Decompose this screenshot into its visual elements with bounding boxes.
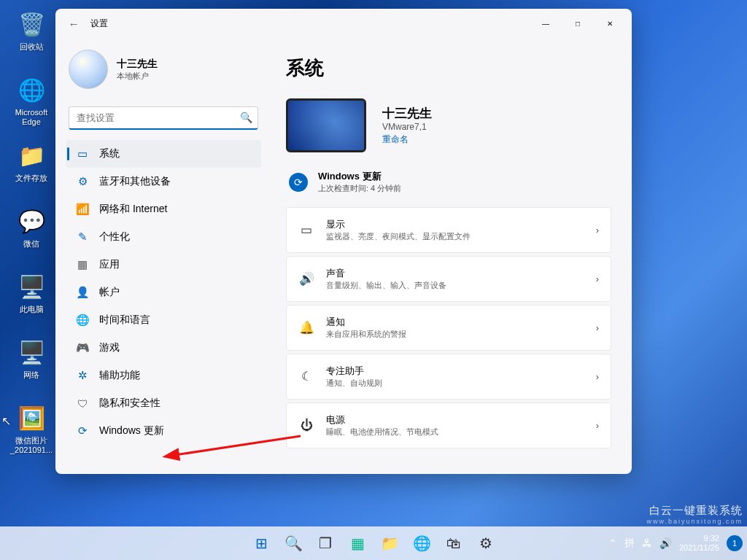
taskbar-start[interactable]: ⊞ xyxy=(247,529,276,558)
card-subtitle: 音量级别、输出、输入、声音设备 xyxy=(326,280,584,291)
nav-item-gaming[interactable]: 🎮游戏 xyxy=(66,334,261,362)
search-wrap: 🔍 xyxy=(69,106,258,130)
card-subtitle: 睡眠、电池使用情况、节电模式 xyxy=(326,427,584,438)
taskbar-widgets[interactable]: ▦ xyxy=(343,529,372,558)
card-title: 专注助手 xyxy=(326,365,584,378)
windows-update-row[interactable]: ⟳ Windows 更新 上次检查时间: 4 分钟前 xyxy=(286,166,611,207)
minimize-button[interactable]: — xyxy=(530,12,562,34)
watermark: 白云一键重装系统 www.baiyunxitong.com xyxy=(646,504,743,525)
desktop-icon-edge[interactable]: 🌐Microsoft Edge xyxy=(6,74,57,127)
nav-item-label: 蓝牙和其他设备 xyxy=(99,175,171,188)
desktop-icon-network[interactable]: 🖥️网络 xyxy=(6,337,57,380)
access-icon: ✲ xyxy=(76,369,89,382)
desktop-icon-label: 文件存放 xyxy=(6,174,57,183)
card-display[interactable]: ▭显示监视器、亮度、夜间模式、显示配置文件› xyxy=(286,207,611,253)
nav-item-accounts[interactable]: 👤帐户 xyxy=(66,279,261,306)
system-icon: ▭ xyxy=(76,147,89,160)
card-power[interactable]: ⏻电源睡眠、电池使用情况、节电模式› xyxy=(286,402,611,448)
rename-link[interactable]: 重命名 xyxy=(382,133,409,146)
card-title: 显示 xyxy=(326,218,584,231)
chevron-right-icon: › xyxy=(596,225,599,236)
close-button[interactable]: ✕ xyxy=(594,12,626,34)
user-block[interactable]: 十三先生 本地帐户 xyxy=(66,42,261,101)
main-panel: 系统 十三先生 VMware7,1 重命名 ⟳ Windows 更新 上次检查时… xyxy=(268,38,632,474)
card-sound[interactable]: 🔊声音音量级别、输出、输入、声音设备› xyxy=(286,256,611,302)
power-icon: ⏻ xyxy=(298,419,314,433)
wechat-icon: 💬 xyxy=(16,206,47,236)
tray-notifications[interactable]: 1 xyxy=(727,535,743,551)
nav-item-privacy[interactable]: 🛡隐私和安全性 xyxy=(66,389,261,417)
user-name: 十三先生 xyxy=(117,58,158,71)
desktop-icon-label: 微信图片_2021091... xyxy=(6,436,57,455)
search-input[interactable] xyxy=(69,106,258,130)
personalize-icon: ✎ xyxy=(76,230,89,244)
gaming-icon: 🎮 xyxy=(76,341,89,354)
nav-item-update[interactable]: ⟳Windows 更新 xyxy=(66,417,261,445)
nav-item-label: 时间和语言 xyxy=(99,314,150,327)
taskbar-store[interactable]: 🛍 xyxy=(439,529,468,558)
nav-item-label: 辅助功能 xyxy=(99,369,140,382)
desktop-icon-thispc[interactable]: 🖥️此电脑 xyxy=(6,271,57,314)
desktop-icon-image[interactable]: 🖼️微信图片_2021091... xyxy=(6,402,57,455)
nav-item-access[interactable]: ✲辅助功能 xyxy=(66,362,261,389)
back-button[interactable]: ← xyxy=(61,11,86,36)
recycle-icon: 🗑️ xyxy=(16,9,47,39)
nav-item-label: 系统 xyxy=(99,147,120,160)
nav-item-bluetooth[interactable]: ⚙蓝牙和其他设备 xyxy=(66,168,261,195)
watermark-line2: www.baiyunxitong.com xyxy=(646,518,743,525)
card-focus[interactable]: ☾专注助手通知、自动规则› xyxy=(286,354,611,400)
tray-network-icon[interactable]: 🖧 xyxy=(642,537,652,549)
thispc-icon: 🖥️ xyxy=(16,271,47,302)
sound-icon: 🔊 xyxy=(298,271,314,287)
chevron-right-icon: › xyxy=(596,371,599,382)
nav-item-network[interactable]: 📶网络和 Internet xyxy=(66,195,261,223)
maximize-button[interactable]: □ xyxy=(562,12,594,34)
card-subtitle: 来自应用和系统的警报 xyxy=(326,329,584,340)
nav-item-label: 帐户 xyxy=(99,286,120,299)
avatar xyxy=(69,50,108,89)
settings-card-list: ▭显示监视器、亮度、夜间模式、显示配置文件›🔊声音音量级别、输出、输入、声音设备… xyxy=(286,207,611,448)
watermark-line1: 白云一键重装系统 xyxy=(646,504,743,518)
taskbar-explorer[interactable]: 📁 xyxy=(375,529,404,558)
network-icon: 🖥️ xyxy=(16,337,47,368)
desktop-icon-label: 此电脑 xyxy=(6,305,57,314)
desktop-icon-folder[interactable]: 📁文件存放 xyxy=(6,140,57,183)
image-icon: 🖼️ xyxy=(16,402,47,433)
accounts-icon: 👤 xyxy=(76,286,89,299)
nav-list: ▭系统⚙蓝牙和其他设备📶网络和 Internet✎个性化▦应用👤帐户🌐时间和语言… xyxy=(66,140,261,445)
page-heading: 系统 xyxy=(286,55,611,81)
nav-item-time[interactable]: 🌐时间和语言 xyxy=(66,306,261,334)
focus-icon: ☾ xyxy=(298,369,314,384)
nav-item-system[interactable]: ▭系统 xyxy=(66,140,261,168)
card-notif[interactable]: 🔔通知来自应用和系统的警报› xyxy=(286,305,611,351)
tray-clock[interactable]: 9:32 2021/11/25 xyxy=(679,534,719,553)
tray-volume-icon[interactable]: 🔊 xyxy=(659,537,672,549)
titlebar: ← 设置 — □ ✕ xyxy=(55,9,632,38)
nav-item-label: 应用 xyxy=(99,258,120,271)
chevron-right-icon: › xyxy=(596,420,599,431)
nav-item-personalize[interactable]: ✎个性化 xyxy=(66,223,261,251)
tray-chevron-icon[interactable]: ⌃ xyxy=(608,537,617,549)
update-icon: ⟳ xyxy=(76,424,89,438)
nav-item-label: 游戏 xyxy=(99,341,120,354)
search-icon: 🔍 xyxy=(240,112,252,123)
taskbar-taskview[interactable]: ❐ xyxy=(311,529,340,558)
taskbar-search[interactable]: 🔍 xyxy=(279,529,308,558)
desktop-icon-recycle[interactable]: 🗑️回收站 xyxy=(6,9,57,52)
card-title: 通知 xyxy=(326,316,584,329)
taskbar-edgeapp[interactable]: 🌐 xyxy=(407,529,436,558)
window-title: 设置 xyxy=(90,18,108,30)
tray-ime[interactable]: 拼 xyxy=(624,537,635,550)
notif-icon: 🔔 xyxy=(298,320,314,335)
desktop-icon-wechat[interactable]: 💬微信 xyxy=(6,206,57,249)
edge-icon: 🌐 xyxy=(16,74,47,105)
taskbar-settingsapp[interactable]: ⚙ xyxy=(471,529,500,558)
pc-preview-image xyxy=(286,98,366,152)
nav-item-apps[interactable]: ▦应用 xyxy=(66,251,261,279)
settings-window: ← 设置 — □ ✕ 十三先生 本地帐户 🔍 ▭系统⚙蓝牙 xyxy=(55,9,632,474)
user-type: 本地帐户 xyxy=(117,71,158,82)
chevron-right-icon: › xyxy=(596,273,599,284)
pc-name: 十三先生 xyxy=(382,105,432,122)
update-subtitle: 上次检查时间: 4 分钟前 xyxy=(318,183,401,194)
card-title: 声音 xyxy=(326,267,584,280)
